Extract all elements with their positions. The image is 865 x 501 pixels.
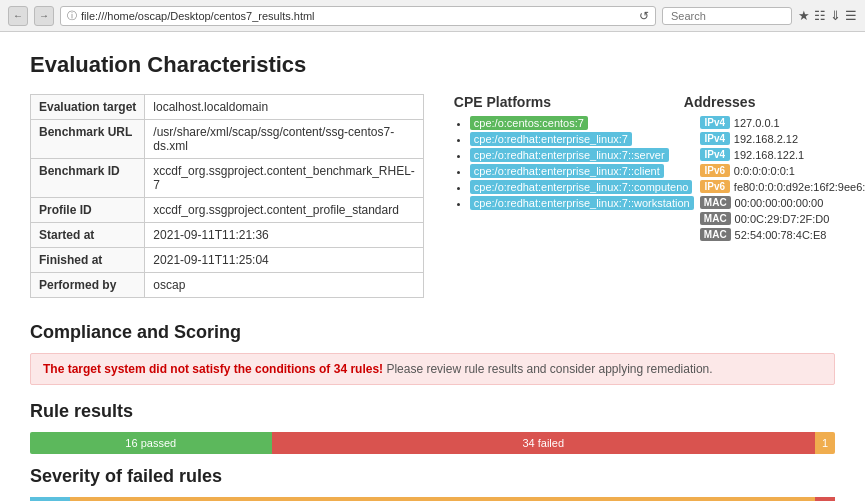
severity-section: Severity of failed rules 1 low 32 medium… <box>30 466 835 501</box>
compliance-section: Compliance and Scoring The target system… <box>30 322 835 385</box>
refresh-icon[interactable]: ↺ <box>639 9 649 23</box>
cpe-tag: cpe:/o:redhat:enterprise_linux:7::server <box>470 148 669 162</box>
list-item: cpe:/o:redhat:enterprise_linux:7::workst… <box>470 196 654 210</box>
bar-other: 1 <box>815 432 835 454</box>
list-item: IPv60:0:0:0:0:0:1 <box>700 164 865 177</box>
severity-title: Severity of failed rules <box>30 466 835 487</box>
addr-badge: MAC <box>700 212 731 225</box>
bar-passed: 16 passed <box>30 432 272 454</box>
bar-high: 1 <box>815 497 835 501</box>
row-label: Profile ID <box>31 198 145 223</box>
row-value: xccdf_org.ssgproject.content_profile_sta… <box>145 198 423 223</box>
list-item: IPv4192.168.122.1 <box>700 148 865 161</box>
addr-value: 0:0:0:0:0:0:1 <box>734 165 795 177</box>
download-icon[interactable]: ⇓ <box>830 8 841 23</box>
addr-value: 127.0.0.1 <box>734 117 780 129</box>
row-value: /usr/share/xml/scap/ssg/content/ssg-cent… <box>145 120 423 159</box>
cpe-tag: cpe:/o:centos:centos:7 <box>470 116 588 130</box>
list-item: IPv6fe80:0:0:0:d92e:16f2:9ee6:576d <box>700 180 865 193</box>
list-item: IPv4192.168.2.12 <box>700 132 865 145</box>
search-input[interactable] <box>662 7 792 25</box>
cpe-tag: cpe:/o:redhat:enterprise_linux:7 <box>470 132 632 146</box>
rule-results-section: Rule results 16 passed 34 failed 1 <box>30 401 835 454</box>
back-button[interactable]: ← <box>8 6 28 26</box>
evaluation-section: Evaluation targetlocalhost.localdomainBe… <box>30 94 835 298</box>
bar-low: 1 low <box>30 497 70 501</box>
bar-medium: 32 medium <box>70 497 815 501</box>
compliance-alert: The target system did not satisfy the co… <box>30 353 835 385</box>
info-icon: ⓘ <box>67 9 77 23</box>
list-item: cpe:/o:redhat:enterprise_linux:7::server <box>470 148 654 162</box>
list-item: cpe:/o:redhat:enterprise_linux:7::client <box>470 164 654 178</box>
row-label: Performed by <box>31 273 145 298</box>
row-value: oscap <box>145 273 423 298</box>
row-label: Benchmark ID <box>31 159 145 198</box>
list-item: cpe:/o:centos:centos:7 <box>470 116 654 130</box>
row-value: xccdf_org.ssgproject.content_benchmark_R… <box>145 159 423 198</box>
cpe-tag: cpe:/o:redhat:enterprise_linux:7::comput… <box>470 180 693 194</box>
table-row: Profile IDxccdf_org.ssgproject.content_p… <box>31 198 424 223</box>
list-item: cpe:/o:redhat:enterprise_linux:7::comput… <box>470 180 654 194</box>
row-value: 2021-09-11T11:21:36 <box>145 223 423 248</box>
bar-failed: 34 failed <box>272 432 816 454</box>
severity-bar: 1 low 32 medium 1 <box>30 497 835 501</box>
addr-value: fe80:0:0:0:d92e:16f2:9ee6:576d <box>734 181 865 193</box>
alert-bold: The target system did not satisfy the co… <box>43 362 383 376</box>
list-item: MAC00:0C:29:D7:2F:D0 <box>700 212 865 225</box>
addr-value: 00:00:00:00:00:00 <box>735 197 824 209</box>
address-bar[interactable]: ⓘ file:///home/oscap/Desktop/centos7_res… <box>60 6 656 26</box>
row-label: Finished at <box>31 248 145 273</box>
row-value: localhost.localdomain <box>145 95 423 120</box>
table-row: Finished at2021-09-11T11:25:04 <box>31 248 424 273</box>
list-item: cpe:/o:redhat:enterprise_linux:7 <box>470 132 654 146</box>
list-item: MAC00:00:00:00:00:00 <box>700 196 865 209</box>
addresses-title: Addresses <box>684 94 865 110</box>
table-row: Evaluation targetlocalhost.localdomain <box>31 95 424 120</box>
addr-value: 52:54:00:78:4C:E8 <box>735 229 827 241</box>
reader-icon[interactable]: ☷ <box>814 8 826 23</box>
addresses-section: Addresses IPv4127.0.0.1IPv4192.168.2.12I… <box>684 94 865 298</box>
addr-value: 192.168.2.12 <box>734 133 798 145</box>
cpe-platforms-section: CPE Platforms cpe:/o:centos:centos:7cpe:… <box>454 94 654 298</box>
forward-button[interactable]: → <box>34 6 54 26</box>
page-content: Evaluation Characteristics Evaluation ta… <box>0 32 865 501</box>
list-item: IPv4127.0.0.1 <box>700 116 865 129</box>
cpe-tag: cpe:/o:redhat:enterprise_linux:7::workst… <box>470 196 694 210</box>
browser-toolbar-icons: ★ ☷ ⇓ ☰ <box>798 8 857 23</box>
cpe-tag: cpe:/o:redhat:enterprise_linux:7::client <box>470 164 664 178</box>
list-item: MAC52:54:00:78:4C:E8 <box>700 228 865 241</box>
table-row: Benchmark IDxccdf_org.ssgproject.content… <box>31 159 424 198</box>
addr-badge: IPv4 <box>700 148 730 161</box>
cpe-title: CPE Platforms <box>454 94 654 110</box>
browser-chrome: ← → ⓘ file:///home/oscap/Desktop/centos7… <box>0 0 865 32</box>
table-row: Performed byoscap <box>31 273 424 298</box>
addr-badge: MAC <box>700 228 731 241</box>
bookmark-icon[interactable]: ★ <box>798 8 810 23</box>
row-value: 2021-09-11T11:25:04 <box>145 248 423 273</box>
table-row: Started at2021-09-11T11:21:36 <box>31 223 424 248</box>
addresses-list: IPv4127.0.0.1IPv4192.168.2.12IPv4192.168… <box>684 116 865 241</box>
cpe-list: cpe:/o:centos:centos:7cpe:/o:redhat:ente… <box>454 116 654 210</box>
alert-text: Please review rule results and consider … <box>386 362 712 376</box>
addr-badge: IPv6 <box>700 180 730 193</box>
row-label: Started at <box>31 223 145 248</box>
addr-badge: MAC <box>700 196 731 209</box>
addr-badge: IPv4 <box>700 116 730 129</box>
row-label: Benchmark URL <box>31 120 145 159</box>
addr-badge: IPv6 <box>700 164 730 177</box>
addr-value: 00:0C:29:D7:2F:D0 <box>735 213 830 225</box>
row-label: Evaluation target <box>31 95 145 120</box>
eval-characteristics-table: Evaluation targetlocalhost.localdomainBe… <box>30 94 424 298</box>
addr-value: 192.168.122.1 <box>734 149 804 161</box>
addr-badge: IPv4 <box>700 132 730 145</box>
compliance-title: Compliance and Scoring <box>30 322 835 343</box>
rule-results-title: Rule results <box>30 401 835 422</box>
address-text: file:///home/oscap/Desktop/centos7_resul… <box>81 10 635 22</box>
rule-results-bar: 16 passed 34 failed 1 <box>30 432 835 454</box>
menu-icon[interactable]: ☰ <box>845 8 857 23</box>
table-row: Benchmark URL/usr/share/xml/scap/ssg/con… <box>31 120 424 159</box>
page-title: Evaluation Characteristics <box>30 52 835 78</box>
